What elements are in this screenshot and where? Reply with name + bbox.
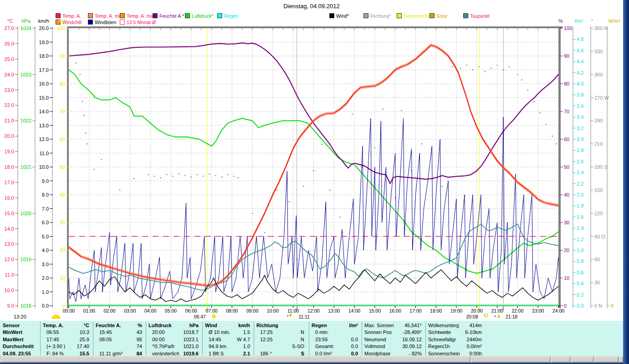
day-length-label: 13:20 xyxy=(14,314,26,319)
hpa-axis-label: 1022 xyxy=(20,118,31,123)
min-axis-label: 20 xyxy=(60,248,65,253)
temp-axis-label: 17.0 xyxy=(5,180,14,185)
deg-axis-label: 210 xyxy=(594,141,603,147)
direction-dot xyxy=(472,69,474,71)
wm2-axis-label: 0 xyxy=(611,303,614,308)
kmh-axis-label: 13.0 xyxy=(39,123,49,128)
direction-dot xyxy=(503,69,504,71)
x-tick-label: 04:00 xyxy=(144,308,156,313)
kmh-axis-label: 6.0 xyxy=(42,220,49,225)
x-tick-label: 17:00 xyxy=(409,308,421,313)
direction-dot xyxy=(421,143,423,145)
sensor-data-table: SensorMinWertMaxWertDurchschnitt04.09. 2… xyxy=(0,321,623,356)
sun-icon xyxy=(212,315,215,318)
direction-dot xyxy=(478,66,480,67)
pct-axis-label: 80 xyxy=(564,81,569,86)
temp-axis-label: 21.0 xyxy=(5,118,14,123)
min-axis-label: 100 xyxy=(57,25,65,31)
status-pane xyxy=(594,357,619,362)
lm2-axis-label: 1.0 xyxy=(577,248,583,253)
table-column-unit xyxy=(256,322,304,329)
kmh-axis-label: 8.0 xyxy=(42,192,49,197)
lm2-axis-label: 3.2 xyxy=(577,126,583,131)
kmh-axis-label: 1.0 xyxy=(42,289,49,295)
kmh-axis-label: 5.0 xyxy=(42,234,49,239)
deg-axis-label: 240 xyxy=(594,118,603,123)
direction-dot xyxy=(276,189,278,191)
hpa-axis-label: 1023 xyxy=(20,72,31,77)
table-row-label: MaxWert xyxy=(3,336,39,343)
lm2-axis-label: 4.0 xyxy=(577,81,583,86)
min-axis-label: 60 xyxy=(60,136,65,142)
table-value: 1.0 xyxy=(205,343,250,350)
direction-dot xyxy=(521,79,522,81)
table-value: 1018.7 xyxy=(148,329,199,336)
x-tick-label: 08:00 xyxy=(226,308,238,313)
lm2-axis-label: 1.4 xyxy=(577,225,583,231)
table-divider xyxy=(425,322,426,355)
status-bar xyxy=(0,356,623,363)
direction-dot xyxy=(352,113,353,115)
kmh-axis-label: 11.0 xyxy=(39,151,49,156)
x-tick-label: 00:00 xyxy=(63,308,75,313)
axis-unit-header: ° xyxy=(591,18,593,24)
x-tick-label: 20:00 xyxy=(471,308,483,313)
lm2-axis-label: 1.8 xyxy=(577,203,583,208)
table-value: N xyxy=(256,336,304,343)
x-tick-label: 19:00 xyxy=(450,308,462,313)
moon-icon xyxy=(494,315,496,317)
table-value: 0.0 xyxy=(312,343,358,350)
sunset-time-label: 20:08 xyxy=(466,314,478,319)
hpa-axis-label: 1019 xyxy=(20,257,31,262)
table-value: 74 xyxy=(96,343,142,350)
info-value: 30.09.12 xyxy=(364,343,422,350)
lm2-axis-label: 1.2 xyxy=(577,237,583,242)
deg-axis-label: 330 xyxy=(594,49,603,54)
direction-dot xyxy=(288,201,290,202)
moonrise-arrow-icon xyxy=(497,314,500,318)
deg-axis-label: 90 O xyxy=(594,234,605,239)
min-axis-label: 10 xyxy=(60,275,65,281)
x-tick-label: 11:00 xyxy=(287,308,299,313)
lm2-axis-label: 4.6 xyxy=(577,48,583,53)
x-tick-label: 21:00 xyxy=(491,308,503,313)
table-value: N xyxy=(256,329,304,336)
lm2-axis-label: 2.2 xyxy=(577,181,583,187)
info-value: 0.0l/m² xyxy=(428,343,482,350)
axis-unit-header: W/m² xyxy=(609,18,621,24)
direction-dot xyxy=(496,65,498,66)
kmh-axis-label: 14.0 xyxy=(39,109,49,114)
direction-dot xyxy=(491,68,492,69)
kmh-axis-label: 2.0 xyxy=(42,275,49,281)
lm2-axis-label: 2.8 xyxy=(577,147,583,153)
info-value: 16.09.12 xyxy=(364,336,422,343)
deg-axis-label: 180 S xyxy=(594,164,608,170)
pct-axis-label: 50 xyxy=(564,164,569,170)
x-tick-label: 07:00 xyxy=(205,308,217,313)
direction-dot xyxy=(79,74,81,75)
x-tick-label: 12:00 xyxy=(307,308,319,313)
direction-dot xyxy=(83,115,85,116)
direction-dot xyxy=(85,132,87,134)
direction-dot xyxy=(252,212,253,214)
temp-axis-label: 18.0 xyxy=(5,164,14,170)
x-tick-label: 15:00 xyxy=(369,308,381,313)
table-value: S-SO xyxy=(256,343,304,350)
table-column-unit: l/m² xyxy=(312,322,358,329)
kmh-axis-label: 18.0 xyxy=(39,53,49,59)
temp-axis-label: 24.0 xyxy=(5,72,14,77)
x-tick-label: 22:00 xyxy=(511,308,523,313)
lm2-axis-label: 0.2 xyxy=(577,292,583,298)
x-tick-label: 01:00 xyxy=(83,308,95,313)
direction-dot xyxy=(197,174,198,176)
sunrise-time-label: 06:47 xyxy=(194,314,206,319)
pct-axis-label: 70 xyxy=(564,109,569,114)
temp-axis-label: 14.0 xyxy=(5,226,14,232)
lm2-axis-label: 4.8 xyxy=(577,36,583,42)
direction-dot xyxy=(75,62,77,64)
moonset-time-label: 11:11 xyxy=(298,314,310,319)
axis-unit-header: % xyxy=(558,18,563,24)
direction-dot xyxy=(148,174,149,176)
direction-dot xyxy=(527,89,528,91)
info-value: 45,541° xyxy=(364,322,422,329)
